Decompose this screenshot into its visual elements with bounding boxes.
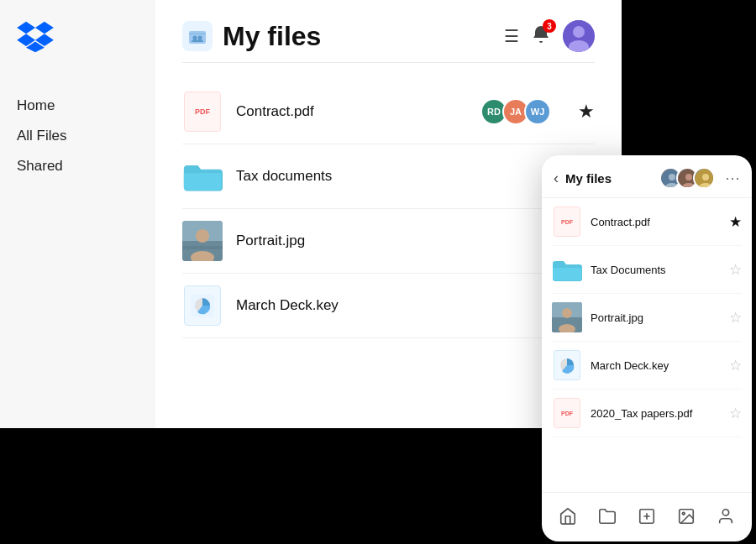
page-title: My files xyxy=(223,21,321,52)
mobile-file-thumb-key xyxy=(552,350,582,380)
svg-point-32 xyxy=(722,510,728,515)
file-name: Tax documents xyxy=(236,168,551,185)
mobile-file-item-tax-docs[interactable]: Tax Documents ☆ xyxy=(552,246,742,294)
svg-point-20 xyxy=(702,174,709,180)
mobile-file-item-portrait[interactable]: Portrait.jpg ☆ xyxy=(552,294,742,342)
mobile-star-button[interactable]: ☆ xyxy=(729,309,742,327)
mobile-file-thumb-folder xyxy=(552,254,582,285)
file-item-march-deck[interactable]: March Deck.key ★ xyxy=(182,274,595,338)
mobile-avatar-3 xyxy=(693,167,715,189)
avatar-wj: WJ xyxy=(524,98,551,125)
mobile-file-item-march-deck[interactable]: March Deck.key ☆ xyxy=(552,342,742,390)
mobile-bottom-nav xyxy=(542,492,752,541)
sidebar: Home All Files Shared xyxy=(0,0,155,428)
dropbox-logo xyxy=(17,20,139,57)
file-name: Portrait.jpg xyxy=(236,233,551,249)
mobile-nav-folder[interactable] xyxy=(594,503,621,530)
mobile-star-button[interactable]: ★ xyxy=(729,213,742,231)
file-item-contract[interactable]: PDF Contract.pdf RD JA WJ ★ xyxy=(182,80,595,144)
back-button[interactable]: ‹ xyxy=(554,170,559,187)
file-thumb-folder xyxy=(182,156,223,196)
mobile-nav-home[interactable] xyxy=(554,503,581,530)
mobile-file-thumb-pdf2: PDF xyxy=(552,398,582,428)
notification-bell[interactable]: 3 xyxy=(531,24,551,48)
mobile-nav-plus[interactable] xyxy=(633,503,660,530)
sidebar-item-all-files[interactable]: All Files xyxy=(17,121,139,151)
svg-point-17 xyxy=(685,174,692,180)
main-card: Home All Files Shared My fil xyxy=(0,0,622,428)
file-thumb-key xyxy=(182,285,223,326)
sidebar-item-home[interactable]: Home xyxy=(17,91,139,121)
more-options-button[interactable]: ⋯ xyxy=(725,169,740,187)
file-item-tax-docs[interactable]: Tax documents ★ xyxy=(182,144,595,209)
mobile-file-name: 2020_Tax papers.pdf xyxy=(591,407,721,420)
mobile-header: ‹ My files xyxy=(542,155,752,198)
mobile-file-name: Contract.pdf xyxy=(591,216,721,228)
mobile-title: My files xyxy=(565,171,654,186)
notification-badge: 3 xyxy=(543,19,556,33)
mobile-file-thumb-image xyxy=(552,302,582,332)
svg-point-4 xyxy=(573,26,585,38)
mobile-shared-avatars xyxy=(659,167,715,189)
mobile-file-name: Portrait.jpg xyxy=(591,311,721,324)
file-item-portrait[interactable]: Portrait.jpg ★ xyxy=(182,209,595,274)
sidebar-item-shared[interactable]: Shared xyxy=(17,151,139,181)
svg-rect-10 xyxy=(182,246,223,249)
mobile-file-item-contract[interactable]: PDF Contract.pdf ★ xyxy=(552,198,742,246)
mobile-card: ‹ My files xyxy=(542,155,752,541)
menu-icon[interactable]: ☰ xyxy=(504,26,519,46)
svg-point-1 xyxy=(193,36,197,40)
mobile-file-thumb-pdf: PDF xyxy=(552,207,582,237)
file-thumb-image xyxy=(182,221,223,261)
mobile-file-list: PDF Contract.pdf ★ Tax Documents ☆ xyxy=(542,198,752,492)
svg-point-2 xyxy=(198,36,202,40)
file-shared-avatars: RD JA WJ xyxy=(486,98,551,125)
header-left: My files xyxy=(182,21,321,52)
user-avatar[interactable] xyxy=(563,20,595,52)
mobile-nav-image[interactable] xyxy=(673,503,700,530)
mobile-nav-person[interactable] xyxy=(712,503,739,530)
svg-point-24 xyxy=(562,308,572,318)
mobile-file-name: Tax Documents xyxy=(591,264,721,276)
header-right: ☰ 3 xyxy=(504,20,595,52)
file-thumb-pdf: PDF xyxy=(182,92,223,132)
file-list: PDF Contract.pdf RD JA WJ ★ xyxy=(182,80,595,338)
mobile-star-button[interactable]: ☆ xyxy=(729,261,742,279)
star-button[interactable]: ★ xyxy=(578,101,595,123)
file-name: March Deck.key xyxy=(236,297,551,314)
svg-point-8 xyxy=(196,229,209,243)
mobile-file-item-tax-papers[interactable]: PDF 2020_Tax papers.pdf ☆ xyxy=(552,390,742,437)
mobile-star-button[interactable]: ☆ xyxy=(729,405,742,422)
mobile-star-button[interactable]: ☆ xyxy=(729,357,742,374)
folder-people-icon xyxy=(182,21,213,51)
mobile-file-name: March Deck.key xyxy=(591,359,721,372)
file-name: Contract.pdf xyxy=(236,103,472,120)
svg-point-14 xyxy=(669,174,675,180)
svg-point-31 xyxy=(682,512,685,515)
main-header: My files ☰ 3 xyxy=(182,20,595,63)
